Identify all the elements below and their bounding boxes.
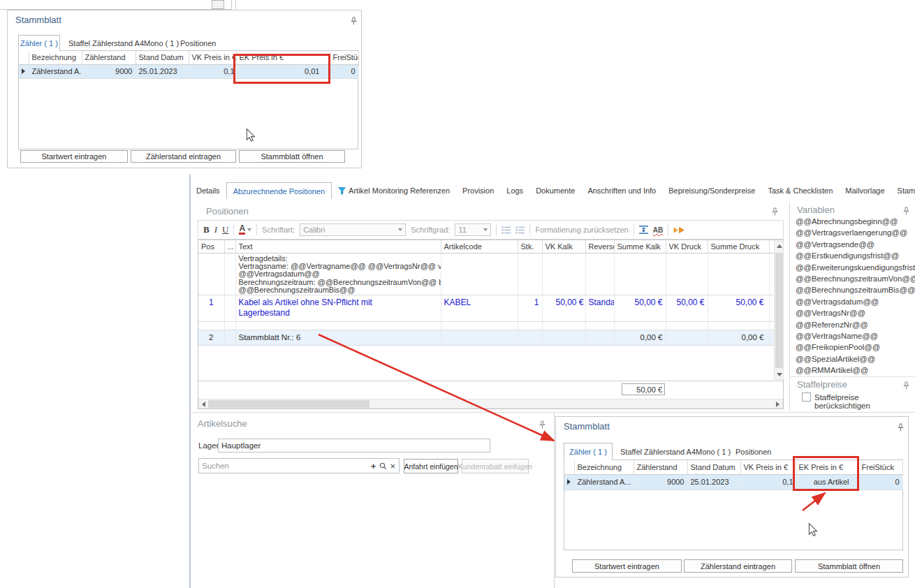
startwert-eintragen-button[interactable]: Startwert eintragen: [572, 559, 682, 573]
list-item[interactable]: @@FreikopienPool@@: [796, 343, 915, 354]
cell-bezeichnung[interactable]: Zählerstand A...: [29, 64, 82, 78]
add-icon[interactable]: +: [369, 461, 379, 471]
stammblatt-oeffnen-button[interactable]: Stammblatt öffnen: [239, 150, 345, 163]
spellcheck-button[interactable]: AB: [653, 226, 663, 234]
line-spacing-icon[interactable]: [639, 226, 648, 234]
col-vk-kalk[interactable]: VK Kalk: [542, 240, 585, 253]
col-pos[interactable]: Pos: [198, 240, 224, 253]
col-dots[interactable]: ...: [224, 240, 235, 253]
col-summe-kalk[interactable]: Summe Kalk: [614, 240, 666, 253]
pin-icon[interactable]: [539, 420, 546, 429]
col-bezeichnung[interactable]: Bezeichnung: [574, 460, 634, 474]
tab-stammblatt[interactable]: Stammblatt: [891, 182, 915, 199]
list-item[interactable]: @@RMMArtikel@@: [796, 366, 915, 377]
cell-text[interactable]: Vertragdetails: Vertragsname: @@Vertragn…: [235, 253, 441, 295]
scrollbar-thumb[interactable]: [775, 253, 783, 368]
tab-mailvorlage[interactable]: Mailvorlage: [839, 182, 891, 199]
scroll-down-button[interactable]: [775, 370, 784, 379]
col-vk-preis[interactable]: VK Preis in €: [740, 460, 796, 474]
vertical-scrollbar[interactable]: [774, 241, 784, 380]
tab-staffel[interactable]: Staffel Zählerstand A4Mono ( 1 ): [68, 39, 179, 47]
staffelpreise-checkbox[interactable]: [802, 392, 811, 402]
list-item[interactable]: @@VertragsName@@: [796, 332, 915, 343]
scroll-up-button[interactable]: [775, 242, 784, 251]
scroll-left-button[interactable]: [199, 399, 208, 409]
col-row-indicator[interactable]: [564, 460, 574, 474]
search-icon[interactable]: [378, 462, 388, 470]
startwert-eintragen-button[interactable]: Startwert eintragen: [20, 150, 128, 163]
pin-icon[interactable]: [351, 17, 357, 25]
table-row-stammblatt[interactable]: 2 Stammblatt Nr.: 6 0,00 € 0,00 €: [198, 330, 775, 345]
italic-button[interactable]: I: [214, 224, 217, 235]
tab-logs[interactable]: Logs: [500, 182, 529, 199]
scroll-right-button[interactable]: [773, 399, 782, 409]
col-vk-preis[interactable]: VK Preis in €: [189, 51, 236, 64]
col-stand-datum[interactable]: Stand Datum: [687, 460, 740, 474]
cell-zaehlerstand[interactable]: 9000: [82, 64, 136, 78]
close-icon[interactable]: ×: [388, 461, 399, 471]
pin-icon[interactable]: [772, 207, 778, 216]
list-item[interactable]: @@Vertragsende@@: [796, 240, 915, 251]
col-text[interactable]: Text: [235, 240, 441, 253]
lager-input[interactable]: [219, 441, 490, 450]
search-input[interactable]: [199, 462, 369, 470]
zaehlerstand-eintragen-button[interactable]: Zählerstand eintragen: [684, 559, 792, 573]
col-row-indicator[interactable]: [19, 51, 29, 64]
list-item[interactable]: @@Erstkuendigungsfrist@@: [796, 251, 915, 263]
list-item[interactable]: @@Vertragsdatum@@: [796, 297, 915, 309]
anfahrt-einfuegen-button[interactable]: Anfahrt einfügen: [404, 459, 458, 473]
schriftart-select[interactable]: Calibri: [300, 223, 406, 236]
tab-positionen[interactable]: Positionen: [735, 448, 771, 456]
cell-text[interactable]: Kabel als Artikel ohne SN-Pflicht mit La…: [235, 295, 441, 321]
col-reverse[interactable]: Reverse...: [585, 240, 614, 253]
col-bezeichnung[interactable]: Bezeichnung: [29, 51, 82, 64]
cell-freistueck[interactable]: 0: [330, 64, 358, 78]
bold-button[interactable]: B: [203, 224, 210, 235]
font-color-button[interactable]: A: [239, 225, 251, 235]
col-stand-datum[interactable]: Stand Datum: [136, 51, 189, 64]
list-item[interactable]: @@Vertragsverlaengerung@@: [796, 228, 915, 240]
tab-provision[interactable]: Provision: [456, 182, 500, 199]
cell-text[interactable]: Stammblatt Nr.: 6: [235, 330, 441, 345]
cell-bezeichnung[interactable]: Zählerstand A...: [574, 474, 634, 490]
cell-vk-preis[interactable]: 0,1: [189, 64, 236, 78]
col-summe-druck[interactable]: Summe Druck: [708, 240, 769, 253]
col-artikelcode[interactable]: Artikelcode: [441, 240, 518, 253]
col-zaehlerstand[interactable]: Zählerstand: [82, 51, 136, 64]
lager-field[interactable]: [218, 439, 490, 453]
pin-icon[interactable]: [898, 423, 904, 432]
list-item[interactable]: @@ReferenzNr@@: [796, 321, 915, 332]
pin-icon[interactable]: [903, 207, 909, 215]
scrollbar-thumb[interactable]: [208, 400, 369, 408]
tab-task-checklisten[interactable]: Task & Checklisten: [761, 182, 839, 199]
artikel-search-box[interactable]: + ×: [198, 458, 400, 473]
tab-bepreisung[interactable]: Bepreisung/Sonderpreise: [662, 182, 761, 199]
col-freistueck[interactable]: FreiStück: [858, 460, 902, 474]
list-item[interactable]: @@BerechnungszeitraumBis@@: [796, 286, 915, 297]
tab-dokumente[interactable]: Dokumente: [529, 182, 581, 199]
schriftgrad-select[interactable]: 11: [455, 223, 491, 236]
col-stk[interactable]: Stk.: [518, 240, 542, 253]
list-item[interactable]: @@Erweiterungskuendigungsfrist@@: [796, 263, 915, 274]
tab-staffel[interactable]: Staffel Zählerstand A4Mono ( 1 ): [620, 448, 731, 456]
cell-zaehlerstand[interactable]: 9000: [634, 474, 687, 490]
table-row-kabel[interactable]: 1 Kabel als Artikel ohne SN-Pflicht mit …: [198, 295, 775, 321]
list-item[interactable]: @@SpezialArtikel@@: [796, 355, 915, 366]
underline-button[interactable]: U: [222, 224, 228, 235]
tab-details[interactable]: Details: [190, 182, 226, 199]
col-vk-druck[interactable]: VK Druck: [666, 240, 708, 253]
reset-formatting-button[interactable]: Formatierung zurücksetzen: [535, 226, 628, 234]
tab-zaehler[interactable]: Zähler ( 1 ): [564, 443, 613, 460]
list-item[interactable]: @@Abrechnungsbeginn@@: [796, 217, 915, 228]
cell-stand-datum[interactable]: 25.01.2023: [687, 474, 740, 490]
kundenrabatt-einfuegen-button[interactable]: Kundenrabatt einfügen: [462, 459, 529, 473]
tab-artikel-monitoring[interactable]: Artikel Monitoring Referenzen: [332, 182, 456, 199]
tab-anschriften[interactable]: Anschriften und Info: [581, 182, 662, 199]
col-zaehlerstand[interactable]: Zählerstand: [634, 460, 687, 474]
list-item[interactable]: @@VertragsNr@@: [796, 309, 915, 320]
bullet-list-icon[interactable]: [502, 226, 511, 234]
col-freistueck[interactable]: FreiStück: [330, 51, 358, 64]
zaehlerstand-eintragen-button[interactable]: Zählerstand eintragen: [131, 150, 236, 163]
cell-vk-preis[interactable]: 0,1: [740, 474, 796, 490]
numbered-list-icon[interactable]: [515, 226, 525, 234]
